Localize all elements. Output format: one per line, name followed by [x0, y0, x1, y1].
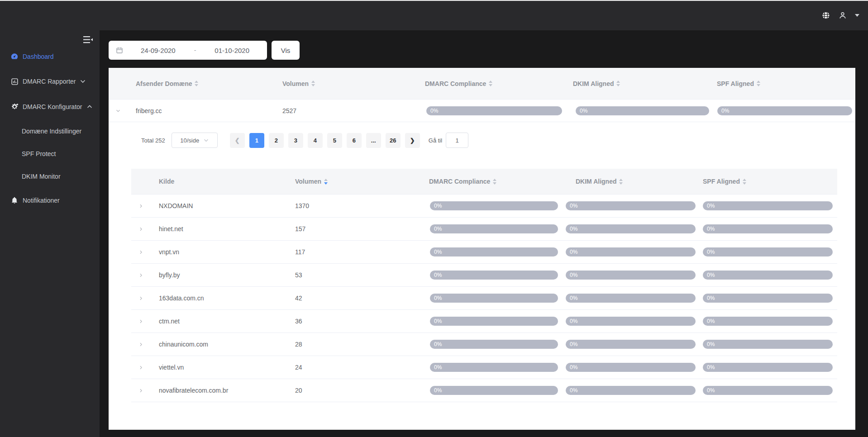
sort-icon[interactable] [195, 81, 198, 86]
expand-row-chevron-icon[interactable] [138, 264, 144, 286]
spf-aligned-bar: 0% [703, 247, 833, 256]
date-from-value[interactable]: 24-09-2020 [123, 47, 193, 54]
chevron-down-icon [80, 80, 86, 83]
sidebar-item-notifikationer[interactable]: Notifikationer [0, 191, 100, 209]
sort-icon[interactable] [743, 179, 746, 185]
table-row[interactable]: byfly.by530%0%0% [131, 264, 837, 287]
table-row[interactable]: novafibratelecom.com.br200%0%0% [131, 379, 837, 402]
column-header-dmarc-compliance[interactable]: DMARC Compliance [425, 68, 492, 99]
spf-aligned-bar: 0% [703, 340, 833, 349]
expand-row-chevron-icon[interactable] [138, 356, 144, 379]
source-cell: hinet.net [159, 218, 183, 240]
table-row[interactable]: viettel.vn240%0%0% [131, 356, 837, 379]
volume-cell: 36 [295, 310, 302, 332]
date-to-value[interactable]: 01-10-2020 [197, 47, 267, 54]
source-cell: byfly.by [159, 264, 180, 286]
expand-row-chevron-icon[interactable] [138, 287, 144, 309]
table-row[interactable]: hinet.net1570%0%0% [131, 218, 837, 241]
sort-icon[interactable] [311, 81, 315, 86]
more-pages-button[interactable]: ... [366, 133, 381, 148]
sidebar-item-dmarc-rapporter[interactable]: DMARC Rapporter [0, 72, 100, 90]
sort-icon[interactable] [757, 81, 760, 86]
domains-table-header: Afsender Domæne Volumen DMARC Compliance… [109, 68, 855, 100]
sort-icon[interactable] [616, 81, 620, 86]
collapse-row-chevron-icon[interactable] [115, 100, 121, 122]
column-header-dkim-aligned[interactable]: DKIM Aligned [576, 169, 623, 194]
expand-row-chevron-icon[interactable] [138, 379, 144, 402]
column-header-spf-aligned[interactable]: SPF Aligned [717, 68, 760, 99]
dkim-aligned-bar: 0% [566, 224, 696, 233]
page-button[interactable]: 5 [327, 133, 342, 148]
dkim-aligned-bar: 0% [566, 340, 696, 349]
sidebar-subitem-domaene-indstillinger[interactable]: Domæne Indstillinger [0, 123, 100, 139]
volume-cell: 42 [295, 287, 302, 309]
page-button[interactable]: 26 [386, 133, 401, 148]
date-range-picker[interactable]: 24-09-2020 - 01-10-2020 [109, 41, 267, 60]
goto-page-input[interactable] [446, 133, 468, 148]
page-button[interactable]: 1 [249, 133, 264, 148]
column-header-dmarc-compliance[interactable]: DMARC Compliance [429, 169, 496, 194]
column-label: DKIM Aligned [576, 178, 616, 185]
chevron-down-icon [204, 139, 209, 142]
sidebar-item-label: DMARC Konfigurator [23, 103, 82, 110]
sort-icon-descending-active[interactable] [324, 179, 328, 185]
table-row[interactable]: chinaunicom.com280%0%0% [131, 333, 837, 356]
user-account-icon[interactable] [838, 11, 847, 20]
column-header-volumen[interactable]: Volumen [295, 169, 328, 194]
gears-icon [10, 103, 19, 111]
spf-aligned-bar: 0% [703, 201, 833, 210]
user-menu-caret-icon[interactable] [854, 14, 860, 17]
column-header-dkim-aligned[interactable]: DKIM Aligned [573, 68, 620, 99]
column-header-spf-aligned[interactable]: SPF Aligned [703, 169, 746, 194]
pagination-total: Total 252 [141, 137, 165, 144]
bar-chart-icon [10, 78, 19, 86]
sidebar-item-dmarc-konfigurator[interactable]: DMARC Konfigurator [0, 98, 100, 116]
calendar-icon [116, 47, 123, 54]
dmarc-compliance-bar: 0% [430, 271, 558, 280]
table-row[interactable]: vnpt.vn1170%0%0% [131, 241, 837, 264]
next-page-button[interactable]: ❯ [405, 133, 420, 148]
page-button[interactable]: 6 [347, 133, 362, 148]
table-row[interactable]: ctm.net360%0%0% [131, 310, 837, 333]
expand-row-chevron-icon[interactable] [138, 195, 144, 217]
sidebar-collapse-icon[interactable] [81, 34, 94, 45]
sidebar-item-label: Dashboard [23, 53, 54, 60]
dkim-aligned-bar: 0% [566, 363, 696, 372]
spf-aligned-bar: 0% [703, 294, 833, 303]
sidebar-item-dashboard[interactable]: Dashboard [0, 48, 100, 66]
dashboard-gauge-icon [10, 52, 19, 61]
spf-aligned-bar: 0% [703, 386, 833, 395]
column-header-afsender-domaene[interactable]: Afsender Domæne [136, 68, 198, 99]
prev-page-button[interactable]: ❮ [230, 133, 245, 148]
page-button[interactable]: 2 [269, 133, 284, 148]
page-button[interactable]: 4 [308, 133, 323, 148]
sort-icon[interactable] [489, 81, 492, 86]
language-globe-icon[interactable] [821, 10, 831, 20]
expand-row-chevron-icon[interactable] [138, 241, 144, 263]
expand-row-chevron-icon[interactable] [138, 333, 144, 356]
window-top-edge [0, 0, 868, 1]
sidebar-subitem-spf-protect[interactable]: SPF Protect [0, 146, 100, 162]
table-row[interactable]: 163data.com.cn420%0%0% [131, 287, 837, 310]
dmarc-compliance-bar: 0% [426, 106, 562, 115]
sidebar-subitem-dkim-monitor[interactable]: DKIM Monitor [0, 168, 100, 185]
apply-filter-button[interactable]: Vis [272, 41, 300, 60]
sort-icon[interactable] [619, 179, 623, 185]
column-header-volumen[interactable]: Volumen [282, 68, 315, 99]
dkim-aligned-bar: 0% [566, 386, 696, 395]
page-size-select[interactable]: 10/side [172, 133, 218, 148]
sources-table-header: Kilde Volumen DMARC Compliance DKIM Alig… [131, 169, 837, 195]
column-label: Volumen [295, 178, 321, 185]
expand-row-chevron-icon[interactable] [138, 310, 144, 332]
source-cell: NXDOMAIN [159, 195, 193, 217]
column-header-kilde[interactable]: Kilde [159, 169, 174, 194]
sort-icon[interactable] [493, 179, 496, 185]
sidebar-subitem-label: DKIM Monitor [22, 173, 61, 180]
volume-cell: 53 [295, 264, 302, 286]
table-row-friberg[interactable]: friberg.cc 2527 0% 0% 0% [109, 100, 855, 122]
expand-row-chevron-icon[interactable] [138, 218, 144, 240]
volume-cell: 2527 [282, 100, 296, 122]
source-cell: novafibratelecom.com.br [159, 379, 228, 402]
page-button[interactable]: 3 [288, 133, 303, 148]
table-row[interactable]: NXDOMAIN13700%0%0% [131, 195, 837, 218]
